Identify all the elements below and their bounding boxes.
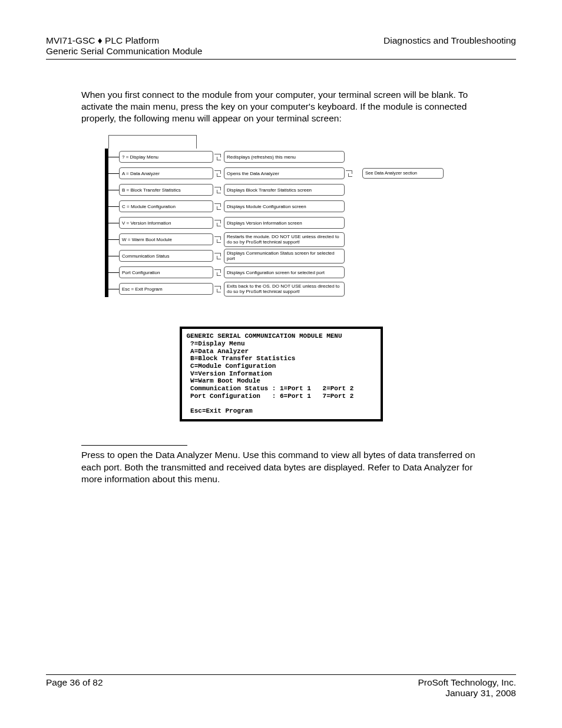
menu-item-box: Communication Status <box>119 250 213 262</box>
connector-line <box>108 157 119 157</box>
diagram-row: Esc = Exit ProgramExits back to the OS. … <box>108 281 452 297</box>
connector-line <box>108 256 119 256</box>
terminal-screenshot: GENERIC SERIAL COMMUNICATION MODULE MENU… <box>180 327 383 421</box>
connector-line <box>108 272 119 273</box>
menu-description-box: Exits back to the OS. DO NOT USE unless … <box>224 282 345 296</box>
diagram-row: V = Version InformationDisplays Version … <box>108 215 452 231</box>
connector-line <box>108 223 119 223</box>
header-left-line2: Generic Serial Communication Module <box>46 46 202 57</box>
menu-item-box: V = Version Information <box>119 217 213 229</box>
section-divider <box>81 445 187 446</box>
data-analyzer-paragraph: Press to open the Data Analyzer Menu. Us… <box>81 449 492 485</box>
intro-paragraph: When you first connect to the module fro… <box>81 89 492 124</box>
menu-diagram: ? = Display MenuRedisplays (refreshes) t… <box>105 135 452 297</box>
diagram-row: Communication StatusDisplays Communicati… <box>108 248 452 264</box>
footer-company: ProSoft Technology, Inc. <box>418 677 516 688</box>
arrow-connector-icon <box>213 169 224 177</box>
diagram-row: C = Module ConfigurationDisplays Module … <box>108 198 452 215</box>
menu-description-box: Redisplays (refreshes) this menu <box>224 151 345 163</box>
menu-description-box: Displays Configuration screen for select… <box>224 266 345 278</box>
diagram-row: Port ConfigurationDisplays Configuration… <box>108 264 452 281</box>
arrow-connector-icon <box>213 219 224 227</box>
connector-line <box>108 289 119 289</box>
diagram-row: A = Data AnalyzerOpens the Data Analyzer… <box>108 165 452 182</box>
connector-line <box>108 173 119 174</box>
menu-item-box: ? = Display Menu <box>119 151 213 163</box>
header-right-line1: Diagnostics and Troubleshooting <box>384 35 516 46</box>
arrow-connector-icon <box>213 202 224 210</box>
arrow-connector-icon <box>213 186 224 194</box>
arrow-connector-icon <box>213 285 224 293</box>
menu-description-box: Displays Communication Status screen for… <box>224 249 345 263</box>
menu-item-box: Esc = Exit Program <box>119 283 213 295</box>
diagram-row: W = Warm Boot ModuleRestarts the module.… <box>108 231 452 248</box>
diagram-row: B = Block Transfer StatisticsDisplays Bl… <box>108 182 452 198</box>
connector-line <box>108 239 119 240</box>
arrow-connector-icon <box>213 235 224 243</box>
menu-item-box: Port Configuration <box>119 266 213 278</box>
menu-description-box: Displays Version Information screen <box>224 217 345 229</box>
arrow-connector-icon <box>213 252 224 260</box>
connector-line <box>108 190 119 190</box>
menu-description-box: Opens the Data Analyzer <box>224 167 345 179</box>
footer-date: January 31, 2008 <box>418 688 516 699</box>
footer-page-number: Page 36 of 82 <box>46 677 103 699</box>
connector-line <box>108 206 119 207</box>
page-footer: Page 36 of 82 ProSoft Technology, Inc. J… <box>46 674 516 699</box>
arrow-connector-icon <box>345 169 355 177</box>
menu-item-box: W = Warm Boot Module <box>119 233 213 245</box>
arrow-connector-icon <box>213 268 224 276</box>
diagram-tab-icon <box>108 135 197 149</box>
menu-reference-box: See Data Analyzer section <box>362 168 444 179</box>
page-header: MVI71-GSC ♦ PLC Platform Generic Serial … <box>46 35 516 60</box>
menu-description-box: Displays Block Transfer Statistics scree… <box>224 184 345 196</box>
menu-description-box: Displays Module Configuration screen <box>224 200 345 212</box>
diagram-row: ? = Display MenuRedisplays (refreshes) t… <box>108 149 452 165</box>
arrow-connector-icon <box>213 153 224 161</box>
menu-item-box: C = Module Configuration <box>119 200 213 212</box>
diagram-spine <box>105 149 108 297</box>
menu-description-box: Restarts the module. DO NOT USE unless d… <box>224 232 345 246</box>
header-left-line1: MVI71-GSC ♦ PLC Platform <box>46 35 202 46</box>
menu-item-box: B = Block Transfer Statistics <box>119 184 213 196</box>
menu-item-box: A = Data Analyzer <box>119 167 213 179</box>
